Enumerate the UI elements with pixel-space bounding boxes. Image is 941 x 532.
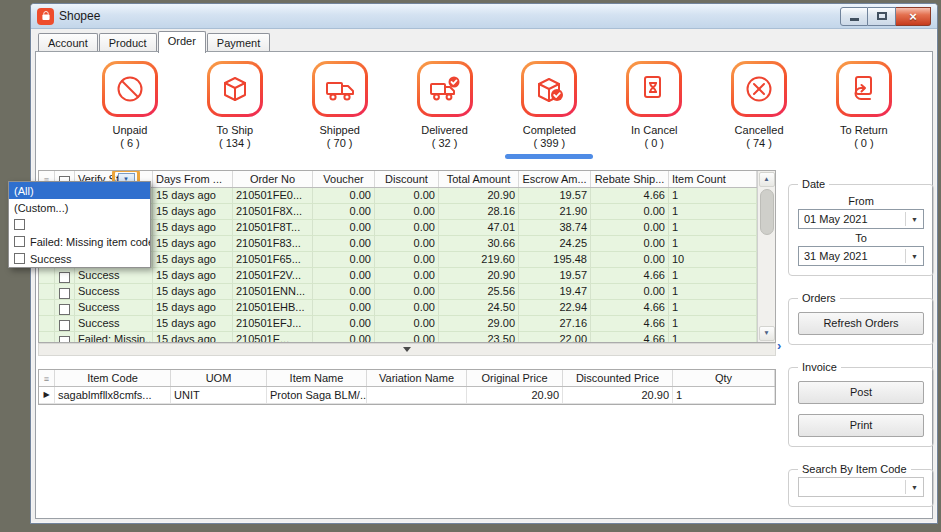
cell-days: 15 days ago xyxy=(153,252,233,267)
cell-order_no: 210501EHB... xyxy=(233,300,313,315)
scroll-up-button[interactable]: ▲ xyxy=(759,172,775,187)
date-from-combobox[interactable]: 01 May 2021 ▼ xyxy=(798,209,924,229)
col-header-discounted-price[interactable]: Discounted Price xyxy=(563,370,673,386)
col-header-days-from[interactable]: Days From ... xyxy=(153,171,233,187)
tab-order[interactable]: Order xyxy=(158,31,206,53)
filter-option-blank[interactable] xyxy=(9,216,150,233)
col-header-escrow-amount[interactable]: Escrow Am... xyxy=(519,171,591,187)
toolbar-item-to-return[interactable]: To Return( 0 ) xyxy=(814,61,914,159)
refresh-orders-button[interactable]: Refresh Orders xyxy=(798,312,924,335)
col-header-variation-name[interactable]: Variation Name xyxy=(367,370,467,386)
cell-discount: 0.00 xyxy=(375,316,439,331)
cell-total: 20.90 xyxy=(439,188,519,203)
print-button[interactable]: Print xyxy=(798,414,924,437)
col-header-total-amount[interactable]: Total Amount xyxy=(439,171,519,187)
table-row[interactable]: Success15 days ago210501EHB...0.000.0024… xyxy=(39,300,757,316)
toolbar-item-in-cancel[interactable]: In Cancel( 0 ) xyxy=(604,61,704,159)
order-items-grid: ≡ Item Code UOM Item Name Variation Name… xyxy=(38,369,776,405)
col-header-order-no[interactable]: Order No xyxy=(233,171,313,187)
cell-voucher: 0.00 xyxy=(313,316,375,331)
date-to-combobox[interactable]: 31 May 2021 ▼ xyxy=(798,246,924,266)
cell-rebate: 0.00 xyxy=(591,220,669,235)
cell-rebate: 4.66 xyxy=(591,300,669,315)
grid-splitter[interactable] xyxy=(38,343,776,356)
post-button[interactable]: Post xyxy=(798,381,924,404)
row-checkbox[interactable] xyxy=(59,336,70,342)
table-row[interactable]: Success15 days ago210501F2V...0.000.0020… xyxy=(39,268,757,284)
toolbar-item-delivered[interactable]: Delivered( 32 ) xyxy=(395,61,495,159)
scrollbar-thumb[interactable] xyxy=(760,189,774,235)
filter-option-success[interactable]: Success xyxy=(9,250,150,267)
search-item-code-combobox[interactable]: ▼ xyxy=(798,477,924,497)
tab-payment[interactable]: Payment xyxy=(207,33,270,52)
col-header-item-name[interactable]: Item Name xyxy=(267,370,367,386)
orders-grid-vscrollbar[interactable]: ▲ ▼ xyxy=(757,171,775,342)
cell-total: 23.50 xyxy=(439,332,519,342)
col-header-item-code[interactable]: Item Code xyxy=(55,370,171,386)
toolbar-item-cancelled[interactable]: Cancelled( 74 ) xyxy=(709,61,809,159)
toolbar-item-count: ( 70 ) xyxy=(290,137,390,150)
table-row[interactable]: Success15 days ago210501ENN...0.000.0025… xyxy=(39,284,757,300)
table-row[interactable]: Failed: Missin...15 days ago210501E...0.… xyxy=(39,332,757,342)
toolbar-item-label: Shipped xyxy=(290,124,390,137)
cell-count: 1 xyxy=(669,236,757,251)
cell-rebate: 0.00 xyxy=(591,204,669,219)
maximize-button[interactable] xyxy=(868,7,896,26)
row-checkbox[interactable] xyxy=(59,304,70,315)
tab-product[interactable]: Product xyxy=(99,33,157,52)
cell-count: 1 xyxy=(669,220,757,235)
row-checkbox-cell[interactable] xyxy=(55,316,75,331)
filter-option-custom[interactable]: (Custom...) xyxy=(9,199,150,216)
row-checkbox-cell[interactable] xyxy=(55,268,75,283)
toolbar-item-count: ( 0 ) xyxy=(604,137,704,150)
row-checkbox-cell[interactable] xyxy=(55,332,75,342)
toolbar-item-to-ship[interactable]: To Ship( 134 ) xyxy=(185,61,285,159)
filter-option-checkbox[interactable] xyxy=(14,236,25,247)
row-checkbox[interactable] xyxy=(59,288,70,299)
col-header-voucher[interactable]: Voucher xyxy=(313,171,375,187)
expand-panel-handle[interactable]: › xyxy=(777,338,781,353)
minimize-button[interactable] xyxy=(840,7,868,26)
tab-strip: AccountProductOrderPayment xyxy=(31,29,937,52)
cell-count: 1 xyxy=(669,188,757,203)
cell-total: 24.50 xyxy=(439,300,519,315)
filter-option-failed-missing-item-code[interactable]: Failed: Missing item code xyxy=(9,233,150,250)
col-header-item-count[interactable]: Item Count xyxy=(669,171,757,187)
cell-count: 10 xyxy=(669,252,757,267)
row-checkbox[interactable] xyxy=(59,320,70,331)
toolbar-item-completed[interactable]: Completed( 399 ) xyxy=(499,61,599,159)
date-legend: Date xyxy=(798,178,829,190)
titlebar[interactable]: Shopee × xyxy=(31,4,937,29)
col-header-uom[interactable]: UOM xyxy=(171,370,267,386)
filter-option-checkbox[interactable] xyxy=(14,219,25,230)
date-to-value: 31 May 2021 xyxy=(804,250,905,262)
cell-variation_name xyxy=(367,387,467,403)
date-groupbox: Date From 01 May 2021 ▼ To 31 May 2021 ▼ xyxy=(788,178,934,276)
table-row[interactable]: Success15 days ago210501EFJ...0.000.0029… xyxy=(39,316,757,332)
filter-option-checkbox[interactable] xyxy=(14,253,25,264)
col-header-qty[interactable]: Qty xyxy=(673,370,775,386)
cell-total: 30.66 xyxy=(439,236,519,251)
search-legend: Search By Item Code xyxy=(798,463,911,475)
tab-account[interactable]: Account xyxy=(38,33,98,52)
cell-total: 29.00 xyxy=(439,316,519,331)
cell-escrow: 22.94 xyxy=(519,300,591,315)
row-checkbox[interactable] xyxy=(59,272,70,283)
row-marker-cell xyxy=(39,268,55,283)
cell-discount: 0.00 xyxy=(375,252,439,267)
cell-order_no: 210501F65... xyxy=(233,252,313,267)
filter-option-all[interactable]: (All) xyxy=(9,182,150,199)
row-checkbox-cell[interactable] xyxy=(55,300,75,315)
scroll-down-button[interactable]: ▼ xyxy=(759,326,775,341)
toolbar-item-unpaid[interactable]: Unpaid( 6 ) xyxy=(80,61,180,159)
row-checkbox-cell[interactable] xyxy=(55,284,75,299)
col-header-rebate-shipping[interactable]: Rebate Ship... xyxy=(591,171,669,187)
item-table-row[interactable]: ▶sagablmfllx8cmfs...UNITProton Saga BLM/… xyxy=(39,387,775,404)
toolbar-item-shipped[interactable]: Shipped( 70 ) xyxy=(290,61,390,159)
close-button[interactable]: × xyxy=(896,7,931,26)
col-header-original-price[interactable]: Original Price xyxy=(467,370,563,386)
col-header-discount[interactable]: Discount xyxy=(375,171,439,187)
cell-days: 15 days ago xyxy=(153,236,233,251)
cell-order_no: 210501F83... xyxy=(233,236,313,251)
completed-icon xyxy=(521,61,577,117)
